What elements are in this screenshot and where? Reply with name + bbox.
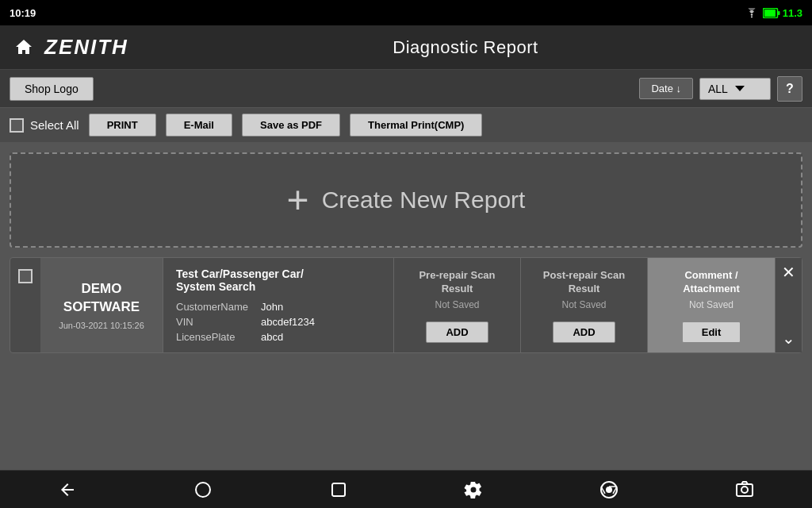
vin-value: abcdef1234 — [261, 316, 315, 328]
date-filter: Date ↓ ALL ? — [639, 76, 802, 102]
svg-rect-3 — [778, 11, 780, 15]
report-card-info: DEMOSOFTWARE Jun-03-2021 10:15:26 — [40, 258, 163, 352]
header: ZENiTH Diagnostic Report — [0, 25, 812, 70]
nav-screenshot-button[interactable] — [726, 471, 764, 509]
comment-title-area: Comment /Attachment Not Saved — [683, 269, 740, 310]
svg-rect-2 — [764, 10, 776, 17]
svg-point-0 — [751, 17, 753, 18]
select-all-checkbox[interactable] — [10, 118, 24, 133]
post-repair-title: Post-repair ScanResult — [543, 269, 625, 296]
status-right: 11.3 — [745, 7, 802, 19]
page-title: Diagnostic Report — [128, 37, 802, 58]
nav-settings-button[interactable] — [454, 471, 492, 509]
select-all-wrapper[interactable]: Select All — [10, 118, 79, 133]
close-button[interactable]: ✕ — [779, 263, 799, 282]
chevron-down-icon — [734, 85, 745, 93]
pre-repair-add-button[interactable]: ADD — [426, 321, 488, 343]
vin-row: VIN abcdef1234 — [176, 316, 381, 328]
create-plus-icon: + — [287, 181, 309, 219]
card-controls: ✕ ⌄ — [775, 258, 802, 352]
license-plate-value: abcd — [261, 331, 283, 343]
screenshot-icon — [735, 480, 754, 499]
svg-point-12 — [741, 487, 748, 493]
pre-repair-panel: Pre-repair ScanResult Not Saved ADD — [394, 258, 521, 352]
report-title: Test Car/Passenger Car/System Search — [176, 267, 381, 293]
back-icon — [58, 480, 77, 499]
save-pdf-button[interactable]: Save as PDF — [242, 114, 340, 137]
home-button[interactable] — [10, 33, 38, 62]
scan-panels: Pre-repair ScanResult Not Saved ADD Post… — [393, 258, 775, 352]
pre-repair-status: Not Saved — [419, 299, 495, 310]
post-repair-title-area: Post-repair ScanResult Not Saved — [543, 269, 625, 310]
select-all-label: Select All — [30, 118, 79, 132]
customer-name-row: CustomerName John — [176, 301, 381, 313]
comment-title: Comment /Attachment — [683, 269, 740, 296]
comment-panel: Comment /Attachment Not Saved Edit — [648, 258, 775, 352]
pre-repair-title-area: Pre-repair ScanResult Not Saved — [419, 269, 495, 310]
status-bar: 10:19 11.3 — [0, 0, 812, 25]
post-repair-panel: Post-repair ScanResult Not Saved ADD — [521, 258, 648, 352]
thermal-print-button[interactable]: Thermal Print(CMP) — [350, 114, 482, 137]
customer-name-value: John — [261, 301, 283, 313]
create-new-label: Create New Report — [322, 187, 526, 214]
filter-dropdown[interactable]: ALL — [699, 78, 771, 100]
app-logo: ZENiTH — [44, 35, 128, 60]
nav-bar — [0, 470, 812, 508]
main-content: + Create New Report DEMOSOFTWARE Jun-03-… — [0, 143, 812, 470]
print-button[interactable]: PRINT — [89, 114, 156, 137]
help-button[interactable]: ? — [777, 76, 802, 102]
svg-point-7 — [606, 487, 612, 493]
report-card: DEMOSOFTWARE Jun-03-2021 10:15:26 Test C… — [10, 257, 802, 353]
create-new-report-card[interactable]: + Create New Report — [10, 152, 802, 248]
vin-label: VIN — [176, 316, 251, 328]
svg-point-4 — [196, 483, 210, 497]
license-plate-row: LicensePlate abcd — [176, 331, 381, 343]
nav-back-button[interactable] — [48, 471, 86, 509]
nav-home-button[interactable] — [184, 471, 222, 509]
comment-status: Not Saved — [683, 299, 740, 310]
toolbar: Shop Logo Date ↓ ALL ? — [0, 70, 812, 108]
gear-icon — [464, 480, 483, 499]
date-sort-button[interactable]: Date ↓ — [639, 78, 693, 99]
post-repair-status: Not Saved — [543, 299, 625, 310]
chrome-icon — [599, 480, 619, 499]
shop-logo-button[interactable]: Shop Logo — [10, 77, 94, 101]
software-name: DEMOSOFTWARE — [63, 280, 140, 315]
report-details: Test Car/Passenger Car/System Search Cus… — [163, 258, 393, 352]
battery-version: 11.3 — [783, 7, 802, 19]
post-repair-add-button[interactable]: ADD — [553, 321, 615, 343]
filter-value: ALL — [708, 83, 728, 95]
comment-edit-button[interactable]: Edit — [682, 321, 741, 343]
square-icon — [331, 482, 347, 498]
nav-chrome-button[interactable] — [590, 471, 628, 509]
chevron-down-button[interactable]: ⌄ — [779, 329, 799, 348]
license-plate-label: LicensePlate — [176, 331, 251, 343]
report-select-checkbox[interactable] — [18, 269, 33, 283]
report-date: Jun-03-2021 10:15:26 — [59, 321, 144, 330]
status-time: 10:19 — [10, 7, 36, 19]
nav-recents-button[interactable] — [320, 471, 358, 509]
wifi-icon — [745, 8, 758, 17]
email-button[interactable]: E-Mail — [166, 114, 232, 137]
report-card-checkbox-area — [10, 258, 40, 352]
circle-icon — [194, 481, 212, 498]
pre-repair-title: Pre-repair ScanResult — [419, 269, 495, 296]
action-bar: Select All PRINT E-Mail Save as PDF Ther… — [0, 108, 812, 143]
svg-rect-5 — [332, 483, 345, 496]
customer-name-label: CustomerName — [176, 301, 251, 313]
battery-icon: 11.3 — [763, 7, 802, 19]
